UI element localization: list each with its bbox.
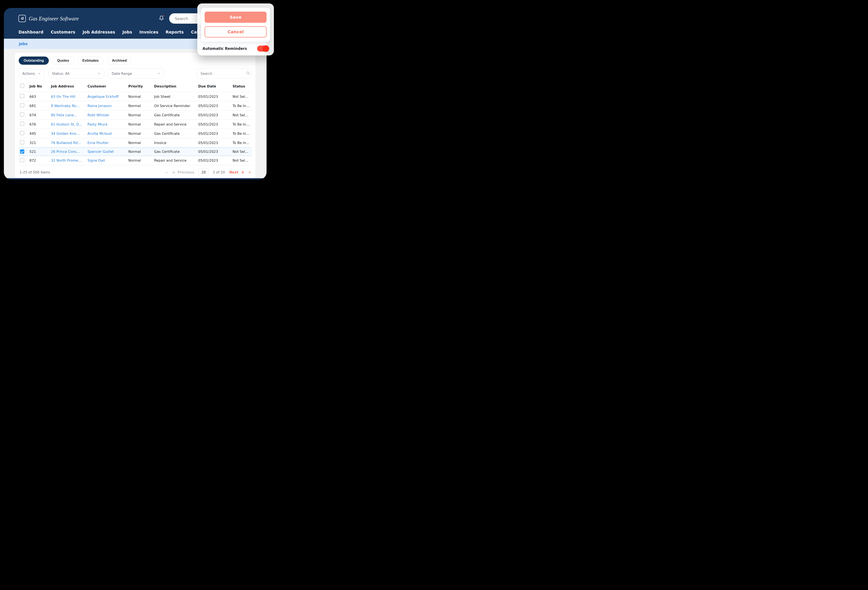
page-input[interactable]: 20 [199,168,208,177]
cell-due-date: 05/01/2023 [197,156,231,165]
cell-customer[interactable]: Pasty Miura [86,120,127,129]
row-checkbox[interactable] [20,158,24,162]
arrow-right-icon [241,170,244,174]
row-checkbox[interactable] [20,103,24,108]
date-range-select[interactable]: Date Range [108,69,164,78]
cell-status: Not Selected [231,148,252,156]
table-row[interactable]: 52126 Prince Cons…Spencer GuilletNormalG… [19,148,252,156]
row-checkbox[interactable] [20,140,24,145]
cell-priority: Normal [127,92,153,101]
cell-customer[interactable]: Angelique Eckhoff [86,92,127,101]
col-status[interactable]: Status [231,81,252,92]
col-customer[interactable]: Customer [86,81,127,92]
nav-jobs[interactable]: Jobs [122,30,132,34]
cell-job-address[interactable]: 34 Golden Kno… [50,129,86,138]
bell-icon [159,18,164,22]
nav-dashboard[interactable]: Dashboard [18,30,43,34]
col-job-address[interactable]: Job Address [50,81,86,92]
col-description[interactable]: Description [153,81,197,92]
table-row[interactable]: 66363 On The HillAngelique EckhoffNormal… [19,92,252,101]
cell-job-address[interactable]: 63 On The Hill [50,92,86,101]
table-row[interactable]: 6818 Wartnaby Ro…Raina JonasonNormalOil … [19,101,252,111]
row-checkbox[interactable] [20,122,24,126]
notifications-button[interactable] [159,15,164,22]
row-checkbox[interactable] [20,94,24,98]
date-range-select-label: Date Range [112,72,132,76]
page-of-label: 1 of 20 [213,170,225,174]
table-row[interactable]: 44534 Golden Kno…Arvilla McloudNormalGas… [19,129,252,138]
nav-job-addresses[interactable]: Job Addresses [83,30,115,34]
row-checkbox[interactable] [20,149,24,154]
automatic-reminders-toggle[interactable] [257,46,269,52]
cell-priority: Normal [127,148,153,156]
chevron-down-icon [157,72,160,75]
cell-customer[interactable]: Erna Poulter [86,138,127,148]
cell-job-no: 663 [28,92,50,101]
pagination-summary: 1-25 of 500 items [19,170,50,174]
cell-customer[interactable]: Spencer Guillet [86,148,127,156]
cancel-button[interactable]: Cancel [205,26,267,37]
col-due-date[interactable]: Due Date [197,81,231,92]
cell-due-date: 05/01/2023 [197,129,231,138]
arrow-left-icon [172,170,176,174]
table-search-input[interactable] [200,71,244,76]
jobs-card: Outstanding Quotes Estimates Archived Ac… [15,52,256,178]
cell-job-no: 676 [28,120,50,129]
cell-description: Repair and Service [153,156,197,165]
brand-name: Gas Engineer Software [29,16,79,21]
nav-customers[interactable]: Customers [51,30,75,34]
job-tabs: Outstanding Quotes Estimates Archived [19,56,252,65]
first-page-button[interactable]: « [165,170,168,174]
row-checkbox[interactable] [20,131,24,135]
cell-customer[interactable]: Raina Jonason [86,101,127,111]
tab-outstanding[interactable]: Outstanding [19,56,49,65]
cell-job-no: 445 [28,129,50,138]
search-icon [246,71,250,76]
select-all-checkbox[interactable] [20,84,24,88]
table-row[interactable]: 67661 Hudson St, D…Pasty MiuraNormalRepa… [19,120,252,129]
nav-reports[interactable]: Reports [166,30,184,34]
toggle-knob-icon [263,45,269,52]
cell-job-address[interactable]: 76 Bullwood Rd… [50,138,86,148]
cell-priority: Normal [127,101,153,111]
save-button[interactable]: Save [205,12,267,23]
cell-status: Not Selected [231,156,252,165]
table-row[interactable]: 67480 Felix Lane…Robt WhislerNormalGas C… [19,111,252,120]
table-search[interactable] [197,69,252,78]
previous-page-button[interactable]: Previous [172,170,194,174]
tab-quotes[interactable]: Quotes [52,56,74,65]
previous-page-label: Previous [177,170,194,174]
status-select[interactable]: Status: All [48,69,104,78]
tab-archived[interactable]: Archived [107,56,131,65]
chevron-down-icon [97,72,100,75]
col-priority[interactable]: Priority [127,81,153,92]
next-page-button[interactable]: Next [229,170,244,174]
cell-job-address[interactable]: 61 Hudson St, D… [50,120,86,129]
tab-estimates[interactable]: Estimates [77,56,103,65]
table-row[interactable]: 87232 North Prome…Signe DailNormalRepair… [19,156,252,165]
cell-customer[interactable]: Robt Whisler [86,111,127,120]
cell-customer[interactable]: Signe Dail [86,156,127,165]
cell-description: Invoice [153,138,197,148]
actions-select[interactable]: Actions [19,69,44,78]
cell-customer[interactable]: Arvilla Mcloud [86,129,127,138]
cell-job-address[interactable]: 80 Felix Lane… [50,111,86,120]
cell-due-date: 05/01/2023 [197,101,231,111]
cell-job-address[interactable]: 32 North Prome… [50,156,86,165]
nav-invoices[interactable]: Invoices [140,30,158,34]
cell-job-address[interactable]: 26 Prince Cons… [50,148,86,156]
cell-description: Job Sheet [153,92,197,101]
row-checkbox[interactable] [20,112,24,117]
reminders-panel: Save Cancel Automatic Reminders [197,3,274,56]
cell-description: Gas Certificate [153,111,197,120]
cell-job-no: 521 [28,148,50,156]
col-job-no[interactable]: Job No [28,81,50,92]
cell-priority: Normal [127,120,153,129]
cell-status: To Be Invoiced [231,120,252,129]
cell-due-date: 05/01/2023 [197,92,231,101]
table-row[interactable]: 32176 Bullwood Rd…Erna PoulterNormalInvo… [19,138,252,148]
last-page-button[interactable]: » [249,170,251,174]
jobs-table: Job No Job Address Customer Priority Des… [19,81,252,165]
chevron-down-icon [38,72,41,75]
cell-job-address[interactable]: 8 Wartnaby Ro… [50,101,86,111]
